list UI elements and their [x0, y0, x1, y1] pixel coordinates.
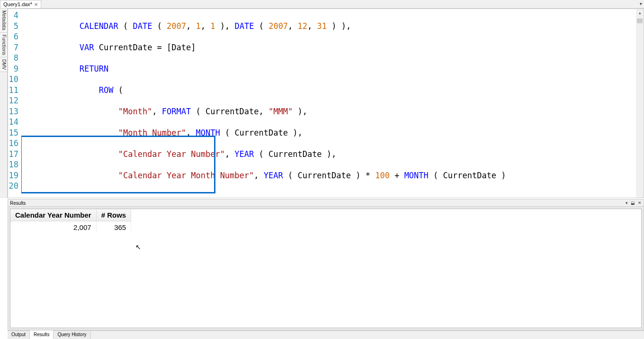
results-panel-header[interactable]: Results ▾ ⬓ ✕	[8, 199, 644, 207]
file-tab-query1[interactable]: Query1.dax* ✕	[0, 0, 41, 8]
file-tab-bar: Query1.dax* ✕ ▾	[0, 0, 644, 9]
bottom-tab-results[interactable]: Results	[30, 330, 54, 339]
results-grid[interactable]: Calendar Year Number # Rows 2,007 365	[10, 209, 642, 328]
code-area[interactable]: CALENDAR ( DATE ( 2007, 1, 1 ), DATE ( 2…	[21, 9, 644, 198]
line-number: 10	[8, 74, 21, 85]
line-number: 12	[8, 95, 21, 106]
scroll-marker	[637, 18, 643, 23]
results-title: Results	[10, 201, 26, 206]
line-gutter: 4 5 6 7 8 9 10 11 12 13 14 15 16 17 18 1…	[8, 9, 21, 198]
line-number: 11	[8, 85, 21, 96]
close-icon[interactable]: ✕	[34, 2, 38, 7]
line-number: 15	[8, 128, 21, 138]
selection-highlight-box	[21, 136, 215, 193]
line-number: 16	[8, 138, 21, 149]
bottom-tab-bar: Output Results Query History	[8, 330, 644, 339]
file-tab-label: Query1.dax*	[3, 1, 32, 7]
pin-icon[interactable]: ⬓	[630, 201, 636, 205]
cell-calendar-year-number: 2,007	[10, 221, 96, 234]
rail-tab-metadata[interactable]: Metadata	[0, 9, 7, 33]
close-icon[interactable]: ✕	[637, 201, 643, 205]
line-number: 6	[8, 31, 21, 42]
line-number: 20	[8, 181, 21, 192]
code-editor[interactable]: 4 5 6 7 8 9 10 11 12 13 14 15 16 17 18 1…	[8, 9, 644, 198]
col-header-rows[interactable]: # Rows	[96, 209, 131, 221]
bottom-tab-query-history[interactable]: Query History	[54, 331, 90, 339]
line-number: 19	[8, 170, 21, 181]
line-number: 7	[8, 42, 21, 53]
results-panel: Results ▾ ⬓ ✕ Calendar Year Number # Row…	[8, 199, 644, 330]
line-number: 13	[8, 106, 21, 117]
line-number: 9	[8, 64, 21, 74]
line-number: 8	[8, 53, 21, 64]
dropdown-icon[interactable]: ▾	[625, 201, 629, 205]
bottom-tab-output[interactable]: Output	[8, 331, 30, 339]
rail-tab-functions[interactable]: Functions	[0, 33, 7, 57]
col-header-calendar-year-number[interactable]: Calendar Year Number	[10, 209, 96, 221]
table-row[interactable]: 2,007 365	[10, 221, 131, 234]
line-number: 18	[8, 159, 21, 170]
chevron-down-icon[interactable]: ▾	[640, 1, 642, 6]
scroll-up-icon[interactable]: ▴	[636, 9, 644, 17]
line-number: 14	[8, 117, 21, 128]
line-number: 5	[8, 21, 21, 32]
results-body: Calendar Year Number # Rows 2,007 365	[8, 207, 644, 330]
rail-tab-dmv[interactable]: DMV	[0, 57, 7, 72]
side-rail: Metadata Functions DMV	[0, 9, 8, 198]
table-header-row: Calendar Year Number # Rows	[10, 209, 131, 221]
line-number: 4	[8, 10, 21, 21]
scrollbar-vertical[interactable]: ▴	[636, 9, 644, 198]
line-number: 17	[8, 149, 21, 160]
cell-rows: 365	[96, 221, 131, 234]
